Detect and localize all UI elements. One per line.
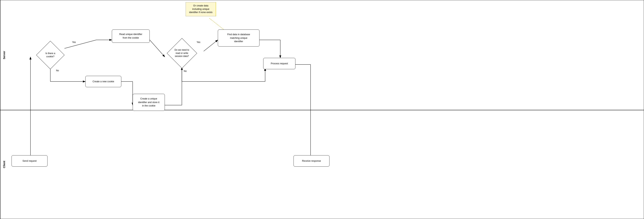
process-request-node: Process request bbox=[263, 58, 296, 69]
svg-line-2 bbox=[64, 40, 96, 48]
swimlane-server-label: Server bbox=[0, 0, 8, 110]
diagram-container: Server Client bbox=[0, 0, 644, 219]
svg-line-6 bbox=[150, 40, 165, 57]
swimlane-divider bbox=[0, 110, 644, 110]
diamond-need-session: Do we need toread or writesession data? bbox=[167, 38, 197, 68]
swimlane-client-label: Client bbox=[0, 110, 8, 219]
find-data-node: Find data in databasematching uniqueiden… bbox=[218, 29, 260, 46]
note-node: Or create dataincluding uniqueidentifier… bbox=[186, 2, 216, 16]
no-bottom2-label: No bbox=[184, 70, 186, 72]
yes-right-label: Yes bbox=[197, 41, 200, 43]
send-request-node: Send request bbox=[12, 155, 48, 167]
create-cookie-node: Create a new cookie bbox=[85, 76, 121, 87]
svg-line-11 bbox=[204, 40, 218, 51]
no-bottom-label: No bbox=[56, 69, 59, 72]
diamond-is-cookie: Is there acookie? bbox=[36, 41, 64, 69]
arrows-svg bbox=[0, 0, 644, 219]
receive-response-node: Receive response bbox=[294, 155, 330, 167]
yes-top-label: Yes bbox=[72, 41, 76, 43]
create-identifier-node: Create a uniqueidentifier and store itin… bbox=[133, 94, 165, 111]
read-cookie-node: Read unique identifierfrom the cookie bbox=[112, 29, 150, 43]
